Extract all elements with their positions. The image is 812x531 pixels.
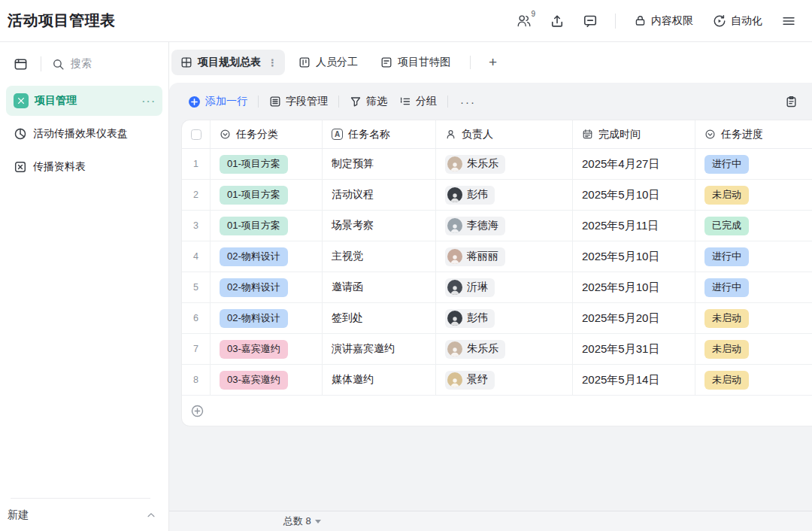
share-icon — [550, 14, 565, 29]
status-badge[interactable]: 进行中 — [704, 247, 749, 266]
status-badge[interactable]: 未启动 — [704, 340, 749, 359]
collaborators-button[interactable]: 9 — [511, 9, 537, 33]
status-badge[interactable]: 未启动 — [704, 309, 749, 328]
column-header-progress[interactable]: 任务进度 — [695, 120, 812, 148]
tab-project-gantt[interactable]: 项目甘特图 — [371, 50, 459, 75]
category-tag[interactable]: 03-嘉宾邀约 — [220, 371, 288, 390]
table-row[interactable]: 6 02-物料设计 签到处 彭伟 2025年5月20日 未启动 — [182, 303, 812, 334]
table-row[interactable]: 2 01-项目方案 活动议程 彭伟 2025年5月10日 未启动 — [182, 180, 812, 211]
task-name[interactable]: 邀请函 — [332, 281, 363, 294]
search-input[interactable]: 搜索 — [52, 57, 162, 71]
column-header-owner[interactable]: 负责人 — [436, 120, 573, 148]
column-header-task-name[interactable]: A 任务名称 — [323, 120, 436, 148]
column-header-category[interactable]: 任务分类 — [211, 120, 323, 148]
category-tag[interactable]: 02-物料设计 — [220, 309, 288, 328]
task-name[interactable]: 活动议程 — [332, 188, 374, 202]
menu-button[interactable] — [776, 9, 801, 33]
category-tag[interactable]: 02-物料设计 — [220, 247, 288, 266]
toolbar-divider — [338, 96, 339, 108]
status-badge[interactable]: 未启动 — [704, 371, 749, 390]
new-button[interactable]: 新建 — [8, 505, 156, 522]
add-row-label: 添加一行 — [205, 95, 247, 108]
item-more-icon[interactable]: ··· — [142, 96, 156, 107]
automation-icon — [713, 14, 726, 28]
group-button[interactable]: 分组 — [393, 90, 443, 113]
task-name[interactable]: 场景考察 — [332, 219, 374, 232]
due-date[interactable]: 2025年5月31日 — [582, 342, 659, 357]
due-date[interactable]: 2025年5月10日 — [582, 281, 659, 295]
row-number: 1 — [193, 159, 198, 169]
due-date[interactable]: 2025年5月10日 — [582, 188, 659, 202]
tab-staff-assignment[interactable]: 人员分工 — [289, 50, 367, 75]
status-badge[interactable]: 已完成 — [704, 217, 749, 235]
add-row-button[interactable]: 添加一行 — [182, 90, 253, 113]
add-view-button[interactable]: + — [481, 54, 504, 71]
owner-chip[interactable]: 彭伟 — [445, 309, 495, 328]
due-date[interactable]: 2025年5月14日 — [582, 373, 659, 387]
hamburger-icon — [781, 14, 796, 29]
category-tag[interactable]: 02-物料设计 — [220, 278, 288, 297]
table-row[interactable]: 8 03-嘉宾邀约 媒体邀约 景纾 2025年5月14日 未启动 — [182, 365, 812, 396]
single-select-icon — [704, 129, 716, 140]
person-field-icon — [445, 129, 456, 140]
filter-button[interactable]: 筛选 — [344, 90, 393, 113]
field-manage-button[interactable]: 字段管理 — [263, 90, 334, 113]
table-row[interactable]: 4 02-物料设计 主视觉 蒋丽丽 2025年5月10日 进行中 — [182, 241, 812, 272]
collaborators-count-badge: 9 — [531, 10, 535, 18]
table-row[interactable]: 7 03-嘉宾邀约 演讲嘉宾邀约 朱乐乐 2025年5月31日 未启动 — [182, 334, 812, 365]
avatar — [447, 249, 462, 264]
task-name[interactable]: 主视觉 — [332, 250, 363, 263]
owner-chip[interactable]: 李德海 — [445, 217, 505, 235]
task-name[interactable]: 制定预算 — [332, 157, 374, 171]
record-count[interactable]: 总数 8 — [283, 514, 321, 528]
task-name[interactable]: 演讲嘉宾邀约 — [332, 342, 395, 356]
task-name[interactable]: 媒体邀约 — [332, 373, 374, 387]
chevron-up-icon — [146, 510, 156, 520]
status-badge[interactable]: 进行中 — [704, 278, 749, 297]
row-number: 6 — [193, 313, 198, 323]
status-badge[interactable]: 进行中 — [704, 155, 749, 174]
tab-project-plan-table[interactable]: 项目规划总表 ⋮ — [171, 50, 285, 75]
select-all-checkbox[interactable] — [191, 129, 201, 140]
category-tag[interactable]: 03-嘉宾邀约 — [220, 340, 288, 359]
content-permission-button[interactable]: 内容权限 — [628, 11, 699, 32]
panel-icon — [14, 57, 28, 71]
category-tag[interactable]: 01-项目方案 — [220, 186, 288, 205]
tab-menu-icon[interactable]: ⋮ — [266, 57, 277, 68]
owner-chip[interactable]: 朱乐乐 — [445, 155, 505, 174]
owner-chip[interactable]: 彭伟 — [445, 186, 495, 205]
sidebar-item-project-management[interactable]: 项目管理 ··· — [6, 86, 162, 116]
status-badge[interactable]: 未启动 — [704, 186, 749, 205]
record-detail-button[interactable] — [780, 91, 801, 112]
due-date[interactable]: 2025年5月11日 — [582, 219, 659, 233]
due-date[interactable]: 2025年4月27日 — [582, 157, 659, 171]
due-date[interactable]: 2025年5月20日 — [582, 311, 659, 326]
automation-button[interactable]: 自动化 — [707, 11, 768, 32]
sidebar-item-dashboard[interactable]: 活动传播效果仪表盘 — [6, 119, 162, 149]
search-placeholder: 搜索 — [71, 57, 92, 71]
row-number: 3 — [193, 220, 198, 231]
category-tag[interactable]: 01-项目方案 — [220, 217, 288, 235]
view-panel: 添加一行 字段管理 筛选 — [169, 83, 812, 531]
sidebar-item-material-table[interactable]: 传播资料表 — [6, 152, 162, 182]
table-row[interactable]: 1 01-项目方案 制定预算 朱乐乐 2025年4月27日 进行中 — [182, 149, 812, 180]
column-header-due-date[interactable]: 完成时间 — [573, 120, 695, 148]
task-name[interactable]: 签到处 — [332, 311, 363, 325]
comment-button[interactable] — [577, 9, 603, 33]
due-date[interactable]: 2025年5月10日 — [582, 250, 659, 264]
owner-chip[interactable]: 朱乐乐 — [445, 340, 505, 359]
bitable-icon — [14, 93, 29, 108]
filter-funnel-icon — [350, 96, 362, 108]
table-row[interactable]: 5 02-物料设计 邀请函 沂琳 2025年5月10日 进行中 — [182, 272, 812, 303]
toolbar-more-button[interactable]: ··· — [453, 96, 483, 108]
owner-chip[interactable]: 沂琳 — [445, 278, 495, 297]
owner-chip[interactable]: 蒋丽丽 — [445, 247, 505, 266]
share-button[interactable] — [544, 9, 570, 33]
category-tag[interactable]: 01-项目方案 — [220, 155, 288, 174]
field-manage-label: 字段管理 — [286, 95, 328, 108]
table-row[interactable]: 3 01-项目方案 场景考察 李德海 2025年5月11日 已完成 — [182, 211, 812, 241]
append-row-button[interactable] — [182, 396, 812, 426]
owner-chip[interactable]: 景纾 — [445, 371, 495, 390]
view-tabbar: 项目规划总表 ⋮ 人员分工 项目甘特图 + — [169, 42, 812, 83]
sidebar-collapse-button[interactable] — [11, 54, 30, 74]
